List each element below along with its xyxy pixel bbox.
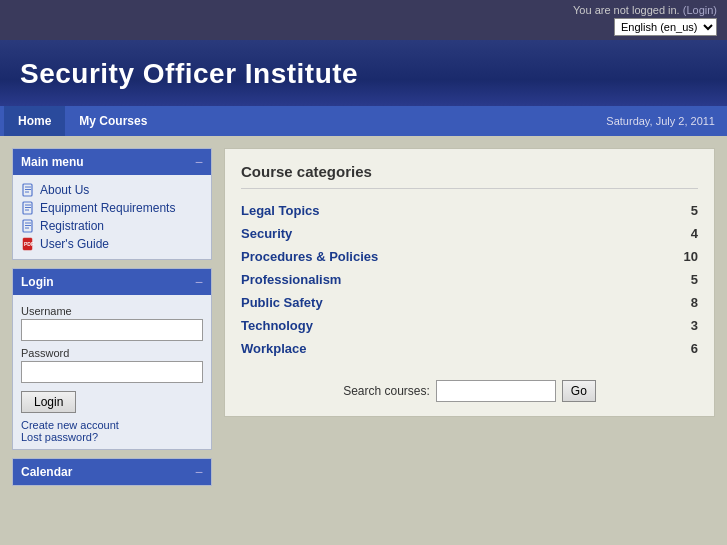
main-menu-collapse[interactable]: − [195, 154, 203, 170]
category-count-technology: 3 [691, 318, 698, 333]
nav-home[interactable]: Home [4, 106, 65, 136]
language-select[interactable]: English (en_us) [614, 18, 717, 36]
courses-panel: Course categories Legal Topics 5 Securit… [224, 148, 715, 417]
pdf-icon: PDF [21, 237, 35, 251]
category-professionalism[interactable]: Professionalism [241, 272, 341, 287]
document-icon-2 [21, 201, 35, 215]
calendar-block: Calendar − [12, 458, 212, 486]
category-legal-topics[interactable]: Legal Topics [241, 203, 320, 218]
login-block: Login − Username Password Login Create n… [12, 268, 212, 450]
calendar-header: Calendar − [13, 459, 211, 485]
search-courses-input[interactable] [436, 380, 556, 402]
category-procedures-policies[interactable]: Procedures & Policies [241, 249, 378, 264]
nav-my-courses[interactable]: My Courses [65, 106, 161, 136]
password-input[interactable] [21, 361, 203, 383]
table-row: Professionalism 5 [241, 268, 698, 291]
categories-list: Legal Topics 5 Security 4 Procedures & P… [241, 199, 698, 360]
table-row: Legal Topics 5 [241, 199, 698, 222]
site-title: Security Officer Institute [20, 58, 707, 90]
lost-password-link[interactable]: Lost password? [21, 431, 203, 443]
table-row: Security 4 [241, 222, 698, 245]
search-courses-label: Search courses: [343, 384, 430, 398]
table-row: Technology 3 [241, 314, 698, 337]
main-menu-block: Main menu − About Us Equipment Requireme… [12, 148, 212, 260]
category-count-security: 4 [691, 226, 698, 241]
login-block-header: Login − [13, 269, 211, 295]
main-menu-body: About Us Equipment Requirements Registra… [13, 175, 211, 259]
top-bar: You are not logged in. (Login) English (… [0, 0, 727, 40]
username-input[interactable] [21, 319, 203, 341]
table-row: Workplace 6 [241, 337, 698, 360]
svg-text:PDF: PDF [24, 241, 34, 247]
category-count-legal: 5 [691, 203, 698, 218]
create-account-link[interactable]: Create new account [21, 419, 203, 431]
menu-about-us[interactable]: About Us [21, 181, 203, 199]
site-header: Security Officer Institute [0, 40, 727, 106]
category-security[interactable]: Security [241, 226, 292, 241]
category-technology[interactable]: Technology [241, 318, 313, 333]
login-button[interactable]: Login [21, 391, 76, 413]
username-label: Username [21, 305, 203, 317]
nav-bar: Home My Courses Saturday, July 2, 2011 [0, 106, 727, 136]
search-row: Search courses: Go [241, 380, 698, 402]
search-courses-button[interactable]: Go [562, 380, 596, 402]
menu-registration[interactable]: Registration [21, 217, 203, 235]
login-link-top[interactable]: (Login) [683, 4, 717, 16]
menu-users-guide[interactable]: PDF User's Guide [21, 235, 203, 253]
menu-equipment-requirements[interactable]: Equipment Requirements [21, 199, 203, 217]
category-count-procedures: 10 [684, 249, 698, 264]
table-row: Public Safety 8 [241, 291, 698, 314]
table-row: Procedures & Policies 10 [241, 245, 698, 268]
password-label: Password [21, 347, 203, 359]
main-menu-header: Main menu − [13, 149, 211, 175]
category-workplace[interactable]: Workplace [241, 341, 307, 356]
login-block-body: Username Password Login Create new accou… [13, 295, 211, 449]
document-icon [21, 183, 35, 197]
sidebar: Main menu − About Us Equipment Requireme… [12, 148, 212, 494]
main-content: Main menu − About Us Equipment Requireme… [0, 136, 727, 506]
login-collapse[interactable]: − [195, 274, 203, 290]
courses-title: Course categories [241, 163, 698, 189]
category-count-workplace: 6 [691, 341, 698, 356]
not-logged-text: You are not logged in. [573, 4, 680, 16]
language-selector-wrap: English (en_us) [614, 18, 717, 36]
category-count-professionalism: 5 [691, 272, 698, 287]
nav-date: Saturday, July 2, 2011 [606, 115, 723, 127]
calendar-collapse[interactable]: − [195, 464, 203, 480]
document-icon-3 [21, 219, 35, 233]
category-count-public-safety: 8 [691, 295, 698, 310]
category-public-safety[interactable]: Public Safety [241, 295, 323, 310]
